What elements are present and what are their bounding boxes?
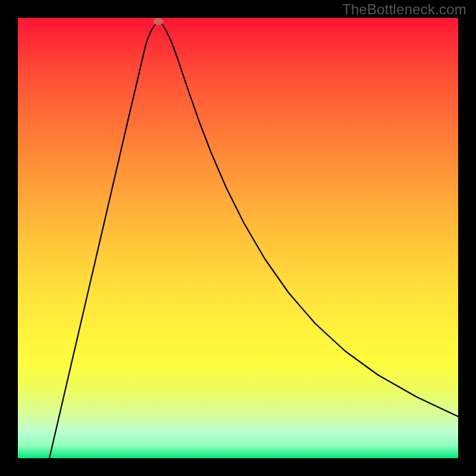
bottleneck-curve [18,18,458,458]
plot-area [18,18,458,458]
optimal-point-marker [154,18,164,25]
watermark-text: TheBottleneck.com [342,1,466,18]
chart-container: TheBottleneck.com [0,0,476,476]
